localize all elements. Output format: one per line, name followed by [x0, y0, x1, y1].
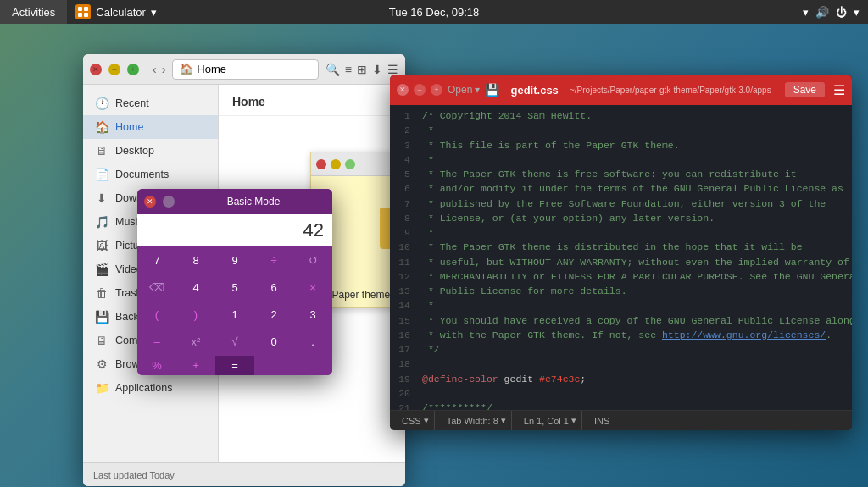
calc-btn-sub[interactable]: – [137, 329, 176, 356]
gedit-line-numbers: 123 456 789 101112 131415 161718 192021 … [390, 105, 415, 410]
topbar-right: ▾ 🔊 ⏻ ▾ [803, 6, 868, 19]
app-menu-arrow: ▾ [151, 6, 157, 19]
calc-btn-6[interactable]: 6 [254, 274, 293, 301]
sidebar-item-documents-label: Documents [115, 169, 169, 180]
sidebar-item-applications-label: Applications [115, 382, 172, 394]
calc-btn-div[interactable]: ÷ [254, 246, 293, 274]
fm-toolbar-icons: 🔍 ≡ ⊞ ⬇ ☰ [326, 63, 398, 76]
backup-icon: 💾 [95, 310, 108, 324]
fm-home-icon: 🏠 [180, 63, 193, 75]
calc-btn-2[interactable]: 2 [254, 302, 293, 329]
sidebar-item-home[interactable]: 🏠 Home [83, 115, 218, 139]
calc-btn-4[interactable]: 4 [176, 274, 215, 301]
calc-btn-8[interactable]: 8 [176, 246, 215, 274]
calc-btn-5[interactable]: 5 [215, 274, 254, 301]
fm-list-view-icon[interactable]: ≡ [345, 63, 352, 76]
home-icon: 🏠 [95, 120, 108, 134]
recent-icon: 🕐 [95, 97, 108, 110]
calc-btn-backspace[interactable]: ⌫ [137, 274, 176, 301]
documents-icon: 📄 [95, 168, 108, 181]
gedit-editor[interactable]: 123 456 789 101112 131415 161718 192021 … [390, 105, 852, 410]
sidebar-item-documents[interactable]: 📄 Documents [83, 163, 218, 186]
fm-minimize-button[interactable]: – [108, 64, 120, 75]
calc-btn-9[interactable]: 9 [215, 246, 254, 274]
calc-btn-rparen[interactable]: ) [176, 302, 215, 329]
calc-btn-pct[interactable]: % [137, 356, 176, 375]
system-menu-arrow[interactable]: ▾ [854, 6, 860, 19]
gedit-window: ✕ – + Open ▾ 💾 gedit.css ~/Projects/Pape… [390, 75, 852, 430]
gedit-hamburger-icon[interactable]: ☰ [833, 82, 845, 98]
calc-btn-7[interactable]: 7 [137, 246, 176, 274]
gedit-statusbar: CSS ▾ Tab Width: 8 ▾ Ln 1, Col 1 ▾ INS [390, 410, 852, 430]
calc-btn-lparen[interactable]: ( [137, 302, 176, 329]
gedit-close-button[interactable]: ✕ [397, 84, 409, 96]
calc-btn-0[interactable]: 0 [254, 329, 293, 356]
gedit-maximize-button[interactable]: + [431, 84, 442, 96]
calc-btn-1[interactable]: 1 [215, 302, 254, 329]
gedit-titlebar: ✕ – + Open ▾ 💾 gedit.css ~/Projects/Pape… [390, 75, 852, 105]
gedit-language-label: CSS [402, 416, 421, 426]
fm-content-area: Paper theme on GNOME Shell [219, 116, 405, 150]
calc-btn-mul[interactable]: × [293, 274, 332, 301]
gedit-tab-width-selector[interactable]: Tab Width: 8 ▾ [442, 411, 512, 430]
calc-btn-dot[interactable]: . [293, 329, 332, 356]
fm-forward-button[interactable]: › [162, 63, 166, 76]
fm-location-text: Home [197, 63, 226, 75]
svg-rect-2 [78, 13, 82, 17]
gedit-minimize-button[interactable]: – [414, 84, 426, 96]
sidebar-item-applications[interactable]: 📁 Applications [83, 376, 218, 400]
gedit-ins-label: INS [594, 416, 609, 426]
gedit-save-button[interactable]: Save [785, 82, 825, 97]
pt-min-btn[interactable] [331, 159, 341, 169]
pictures-icon: 🖼 [95, 239, 108, 252]
wifi-icon[interactable]: ▾ [803, 6, 809, 19]
calc-btn-3[interactable]: 3 [293, 302, 332, 329]
fm-download-icon[interactable]: ⬇ [372, 63, 382, 76]
calc-btn-add[interactable]: + [176, 356, 215, 375]
gedit-open-button[interactable]: Open ▾ [448, 84, 480, 96]
sidebar-item-desktop-label: Desktop [115, 145, 154, 157]
activities-button[interactable]: Activities [0, 0, 67, 24]
calc-btn-undo[interactable]: ↺ [293, 246, 332, 274]
pt-max-btn[interactable] [345, 159, 355, 169]
sidebar-item-recent[interactable]: 🕐 Recent [83, 91, 218, 115]
fm-close-button[interactable]: ✕ [90, 64, 102, 75]
calc-close-button[interactable]: ✕ [144, 196, 156, 208]
trash-icon: 🗑 [95, 286, 108, 300]
gedit-code-area[interactable]: /* Copyright 2014 Sam Hewitt. * * This f… [415, 105, 852, 410]
gedit-save-icon[interactable]: 💾 [485, 83, 499, 97]
fm-back-button[interactable]: ‹ [153, 63, 157, 76]
calc-keypad: 7 8 9 ÷ ↺ ⌫ 4 5 6 × ( ) 1 2 3 – x² √ 0 .… [137, 246, 332, 375]
fm-location-bar[interactable]: 🏠 Home [172, 59, 318, 80]
calc-title: Basic Mode [181, 196, 326, 208]
gedit-filepath: ~/Projects/Paper/paper-gtk-theme/Paper/g… [570, 86, 771, 95]
calc-btn-sqrt[interactable]: √ [215, 329, 254, 356]
topbar-left: Activities Calculator ▾ [0, 0, 165, 24]
desktop: ✕ – + ‹ › 🏠 Home 🔍 ≡ ⊞ ⬇ ☰ 🕐 [0, 24, 868, 487]
fm-maximize-button[interactable]: + [127, 64, 139, 75]
calc-btn-sq[interactable]: x² [176, 329, 215, 356]
topbar: Activities Calculator ▾ Tue 16 Dec, 09:1… [0, 0, 868, 24]
fm-footer-text: Last updated Today [93, 470, 175, 480]
volume-icon[interactable]: 🔊 [815, 6, 829, 19]
gedit-tab-width-label: Tab Width: 8 [447, 416, 498, 426]
calc-display: 42 [137, 214, 332, 246]
app-menu[interactable]: Calculator ▾ [67, 0, 165, 24]
fm-grid-view-icon[interactable]: ⊞ [357, 63, 367, 76]
computer-icon: 🖥 [95, 334, 108, 347]
sidebar-item-home-label: Home [115, 121, 143, 133]
gedit-open-label: Open [448, 84, 472, 96]
gedit-position-selector[interactable]: Ln 1, Col 1 ▾ [519, 411, 582, 430]
power-icon[interactable]: ⏻ [836, 6, 847, 19]
sidebar-item-desktop[interactable]: 🖥 Desktop [83, 139, 218, 163]
gedit-position-label: Ln 1, Col 1 [524, 416, 569, 426]
videos-icon: 🎬 [95, 263, 108, 276]
fm-search-icon[interactable]: 🔍 [326, 63, 340, 76]
calc-btn-eq[interactable]: = [215, 356, 254, 375]
gedit-open-arrow: ▾ [475, 84, 480, 96]
fm-content-title: Home [219, 85, 405, 116]
gedit-language-selector[interactable]: CSS ▾ [397, 411, 435, 430]
gedit-position-arrow: ▾ [571, 415, 576, 426]
pt-close-btn[interactable] [316, 159, 326, 169]
calc-minimize-button[interactable]: – [163, 196, 175, 208]
